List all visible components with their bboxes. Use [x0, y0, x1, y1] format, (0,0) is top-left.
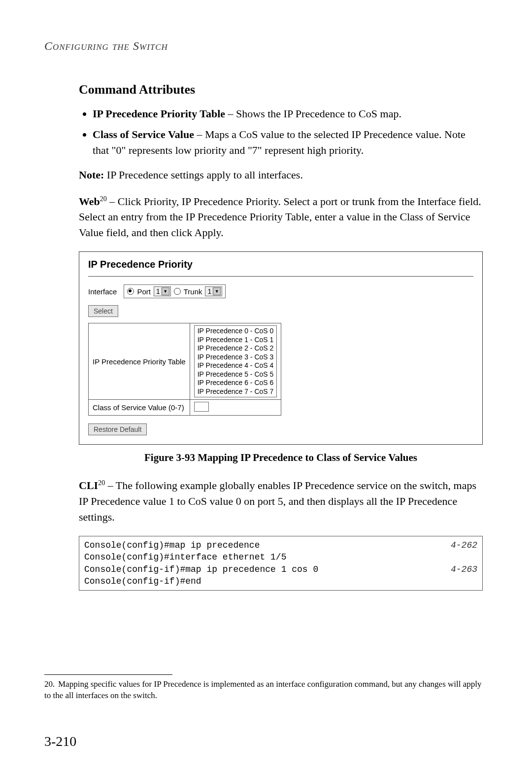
precedence-table: IP Precedence Priority Table IP Preceden… — [88, 323, 281, 416]
chevron-down-icon: ▼ — [162, 287, 169, 295]
bullet-label: IP Precedence Priority Table — [93, 107, 225, 120]
table-label-cell: IP Precedence Priority Table — [89, 323, 190, 400]
trunk-radio[interactable] — [174, 288, 181, 295]
chevron-down-icon: ▼ — [213, 287, 221, 295]
web-footnote-ref: 20 — [100, 195, 107, 202]
cli-label: CLI — [79, 479, 98, 492]
page-number: 3-210 — [44, 734, 76, 749]
list-item[interactable]: IP Precedence 1 - CoS 1 — [198, 336, 274, 345]
bullet-sep: – — [194, 128, 205, 141]
figure-caption: Figure 3-93 Mapping IP Precedence to Cla… — [79, 452, 483, 464]
list-item[interactable]: IP Precedence 3 - CoS 3 — [198, 353, 274, 362]
trunk-label: Trunk — [184, 287, 202, 296]
attributes-list: IP Precedence Priority Table – Shows the… — [79, 106, 483, 158]
note-label: Note: — [79, 169, 104, 181]
footnote-rule — [44, 674, 172, 675]
bullet-label: Class of Service Value — [93, 128, 194, 141]
cli-line: Console(config-if)#map ip precedence 1 c… — [84, 563, 477, 575]
port-radio[interactable] — [127, 288, 134, 295]
cli-ref — [467, 575, 477, 587]
cos-input-cell — [190, 400, 281, 416]
cli-line: Console(config)#map ip precedence 4-262 — [84, 539, 477, 551]
port-label: Port — [137, 287, 151, 296]
interface-selector: Port 1 ▼ Trunk 1 ▼ — [124, 284, 226, 298]
restore-default-button[interactable]: Restore Default — [88, 423, 147, 435]
cli-cmd: Console(config-if)#map ip precedence 1 c… — [84, 563, 318, 575]
bullet-sep: – — [225, 107, 236, 120]
web-paragraph: Web20 – Click Priority, IP Precedence Pr… — [79, 194, 483, 241]
cli-paragraph: CLI20 – The following example globally e… — [79, 478, 483, 525]
figure-panel: IP Precedence Priority Interface Port 1 … — [79, 251, 483, 445]
cli-ref — [467, 551, 477, 563]
cos-value-input[interactable] — [194, 402, 209, 412]
list-item[interactable]: IP Precedence 4 - CoS 4 — [198, 361, 274, 370]
note-text: IP Precedence settings apply to all inte… — [104, 169, 303, 181]
web-label: Web — [79, 195, 100, 208]
running-head: Configuring the Switch — [44, 39, 488, 53]
table-list-cell: IP Precedence 0 - CoS 0 IP Precedence 1 … — [190, 323, 281, 400]
cli-code-block: Console(config)#map ip precedence 4-262 … — [79, 536, 483, 591]
bullet-text: Shows the IP Precedence to CoS map. — [236, 107, 401, 120]
cli-line: Console(config)#interface ethernet 1/5 — [84, 551, 477, 563]
port-dropdown[interactable]: 1 ▼ — [154, 286, 171, 296]
precedence-listbox[interactable]: IP Precedence 0 - CoS 0 IP Precedence 1 … — [194, 325, 277, 397]
table-row: Class of Service Value (0-7) — [89, 400, 281, 416]
list-item: IP Precedence Priority Table – Shows the… — [93, 106, 483, 122]
list-item[interactable]: IP Precedence 7 - CoS 7 — [198, 387, 274, 396]
cli-footnote-ref: 20 — [98, 479, 105, 487]
list-item: Class of Service Value – Maps a CoS valu… — [93, 127, 483, 158]
cli-cmd: Console(config-if)#end — [84, 575, 201, 587]
table-row: IP Precedence Priority Table IP Preceden… — [89, 323, 281, 400]
cli-cmd: Console(config)#map ip precedence — [84, 539, 260, 551]
list-item[interactable]: IP Precedence 6 - CoS 6 — [198, 379, 274, 387]
note-paragraph: Note: IP Precedence settings apply to al… — [79, 167, 483, 183]
list-item[interactable]: IP Precedence 0 - CoS 0 — [198, 327, 274, 336]
cli-ref: 4-262 — [441, 539, 477, 551]
cli-ref: 4-263 — [441, 563, 477, 575]
cos-label-cell: Class of Service Value (0-7) — [89, 400, 190, 416]
trunk-dropdown[interactable]: 1 ▼ — [205, 286, 222, 296]
interface-row: Interface Port 1 ▼ Trunk 1 ▼ — [88, 284, 473, 298]
footnote-text: Mapping specific values for IP Precedenc… — [44, 679, 481, 700]
list-item[interactable]: IP Precedence 5 - CoS 5 — [198, 370, 274, 379]
interface-label: Interface — [88, 287, 117, 296]
cli-cmd: Console(config)#interface ethernet 1/5 — [84, 551, 286, 563]
footnote-number: 20. — [44, 679, 58, 690]
trunk-value: 1 — [207, 287, 211, 295]
divider — [88, 276, 473, 277]
select-button[interactable]: Select — [88, 305, 118, 317]
section-title: Command Attributes — [79, 82, 483, 97]
cli-line: Console(config-if)#end — [84, 575, 477, 587]
figure-title: IP Precedence Priority — [88, 259, 473, 270]
cli-text: – The following example globally enables… — [79, 479, 476, 523]
port-value: 1 — [156, 287, 160, 295]
list-item[interactable]: IP Precedence 2 - CoS 2 — [198, 344, 274, 353]
footnote: 20.Mapping specific values for IP Preced… — [44, 679, 488, 702]
web-text: – Click Priority, IP Precedence Priority… — [79, 195, 481, 239]
